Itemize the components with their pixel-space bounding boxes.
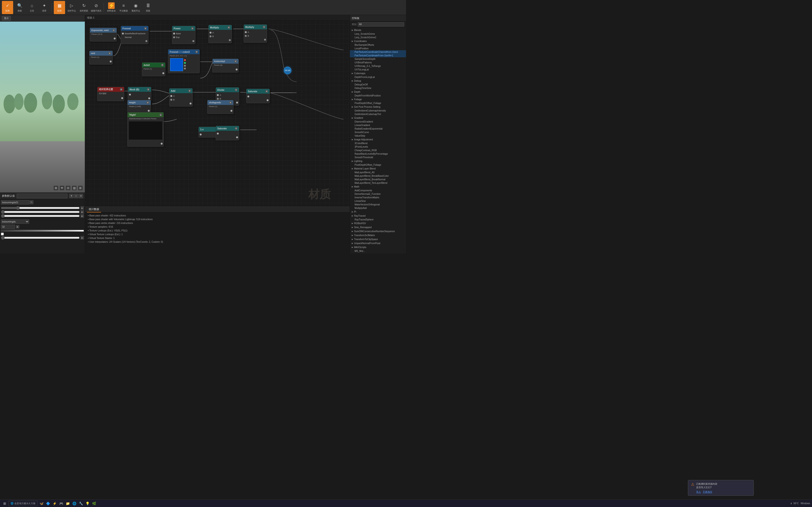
params-icon-list[interactable]: ≡ (74, 194, 78, 198)
param-number-input[interactable] (1, 225, 15, 229)
node-dubi2-expand[interactable]: ▼ (161, 64, 164, 66)
params-icon-settings[interactable]: ⚙ (79, 194, 83, 198)
slider-3-arrow[interactable]: ▶ (81, 236, 84, 239)
right-category[interactable]: ▶Math (350, 185, 406, 189)
right-list-item[interactable]: RaiseBlackLevelsByPercentage (350, 152, 406, 156)
param-name-input[interactable] (1, 200, 29, 205)
node-multiply1[interactable]: Multiply ▼ A B (208, 25, 232, 43)
node-world-position[interactable]: 绝对世界位置 ▼ 绝对偏移 (97, 87, 124, 101)
node-height-node-expand[interactable]: ▲ (159, 113, 162, 116)
node-multiply2-expand[interactable]: ▼ (263, 25, 265, 29)
right-category[interactable]: ▶Transform3x3Matrix (350, 233, 406, 237)
node-exponent-expand[interactable]: ▼ (112, 29, 115, 32)
vp-ctrl-grid[interactable]: ⊞ (53, 185, 58, 190)
right-list-item[interactable]: UVBrickPatterns (350, 61, 406, 64)
node-editor[interactable]: 缩放-1 (85, 15, 350, 253)
param-number-arrow[interactable]: ▶ (16, 225, 19, 228)
right-category[interactable]: ▶Debug (350, 79, 406, 83)
right-category[interactable]: ▶Lighting (350, 159, 406, 163)
node-height-param-expand[interactable]: ▼ (146, 101, 149, 104)
right-category[interactable]: ▶RayTraced (350, 214, 406, 218)
slider-2[interactable] (1, 215, 80, 217)
right-list-item[interactable]: UVRemap_0-1_ToRange (350, 64, 406, 68)
vp-ctrl-minus[interactable]: ⊟ (65, 185, 71, 190)
right-category[interactable]: ▶SumOfAConsecutiveNumberSequence (350, 229, 406, 233)
params-search-input[interactable] (17, 194, 67, 199)
slider-3[interactable] (1, 236, 80, 239)
right-list-item[interactable]: Lerp_ScratchGrime (350, 32, 406, 36)
clean-btn[interactable]: ✦ 清理 (39, 1, 50, 14)
slider-0[interactable] (1, 207, 80, 209)
right-category[interactable]: ▶TransformToClipSpace (350, 237, 406, 241)
slider-1-arrow[interactable]: ▶ (81, 210, 84, 214)
right-category[interactable]: ▶Gradient (350, 116, 406, 120)
right-list-item[interactable]: RadialGradientExponential (350, 127, 406, 130)
apply-btn[interactable]: ✓ 应用 (2, 1, 13, 14)
search-btn[interactable]: 🔍 搜索 (14, 1, 26, 14)
right-list-item[interactable]: 3PointLevels (350, 145, 406, 149)
right-category[interactable]: ▶Blends (350, 28, 406, 32)
right-category[interactable]: ▶MAXScripts (350, 245, 406, 249)
right-list-item[interactable]: CheapContrast_RGB (350, 149, 406, 152)
slider-0-arrow[interactable]: ▶ (81, 206, 84, 210)
slider-2-arrow[interactable]: ▶ (81, 214, 84, 218)
right-list-item[interactable]: MatLayerBlend_TenLayerBlend (350, 181, 406, 185)
no-collision-btn[interactable]: ⊘ 碰撞不相关 (91, 1, 102, 14)
layer-btn[interactable]: ≣ 层级 (142, 1, 154, 14)
right-list-item[interactable]: MS_Seq... (350, 253, 406, 253)
node-divide-expand[interactable]: ▼ (235, 89, 238, 91)
node-saturate1-expand[interactable]: ▼ (265, 90, 268, 93)
node-intensity2[interactable]: instensity2 ▼ Param (0) (212, 59, 239, 72)
right-list-item[interactable]: MultiplyAdd (350, 206, 406, 210)
node-mask-b-expand[interactable]: ▼ (147, 88, 150, 91)
right-category[interactable]: ▶Depth (350, 90, 406, 94)
right-list-item[interactable]: DepthFromWorldPosition (350, 94, 406, 97)
right-list-item[interactable]: MS_Mul... (350, 249, 406, 253)
stats-tab-main[interactable]: 统计数据 (87, 207, 101, 213)
node-world-pos-expand[interactable]: ▼ (120, 88, 123, 91)
vp-ctrl-eye[interactable]: 👁 (59, 185, 65, 190)
right-list-item[interactable]: MatLayerBlend_BreakNormal (350, 178, 406, 181)
right-list-item[interactable]: GetAmbientCubemapIntensity (350, 109, 406, 112)
right-list-item[interactable]: LocalPosition (350, 47, 406, 50)
right-list-item[interactable]: DebugTimeSine (350, 87, 406, 90)
right-list-item[interactable]: GetAmbientCubemapTint (350, 112, 406, 116)
node-saturate1[interactable]: Saturate ▼ (246, 89, 270, 103)
right-category[interactable]: ▶RGBtoHSV (350, 221, 406, 225)
node-mask-b[interactable]: Mask (B) ▼ (128, 87, 151, 101)
right-list-item[interactable]: DeriveNormalZ_Function (350, 192, 406, 196)
node-nei2-expand[interactable]: ▼ (108, 52, 111, 55)
right-list-item[interactable]: MakeVectorsOrthogonal (350, 203, 406, 206)
build-btn[interactable]: ⚡ 材料改动 (106, 1, 117, 14)
slider-1[interactable] (1, 211, 80, 213)
right-list-item[interactable]: BlurSampleOffsets (350, 43, 406, 47)
right-category[interactable]: ▶Image Adjustment (350, 137, 406, 142)
right-list-item[interactable]: RayTracedSphere (350, 218, 406, 221)
right-list-item[interactable]: UVToLongLat (350, 68, 406, 71)
right-list-item[interactable]: PanTextureCoordinateFrom-1tonN+1 (350, 54, 406, 57)
realtime-update-btn[interactable]: ↻ 实时更新 (78, 1, 90, 14)
node-power[interactable]: Power ▼ Base Exp (172, 26, 196, 44)
right-list-item[interactable]: SampleSceneDepth (350, 57, 406, 61)
node-height-node[interactable]: 'Hight' ▲ StaticBoolInput Collection Par… (128, 112, 164, 147)
node-fresnel-expand[interactable]: ▼ (144, 27, 147, 30)
params-icon-filter[interactable]: ▼ (69, 194, 73, 198)
param-select[interactable]: butoumingdu (1, 219, 29, 224)
vp-ctrl-shading[interactable]: ▧ (72, 185, 77, 190)
right-list-item[interactable]: DebugOnOff (350, 83, 406, 87)
vp-ctrl-plus[interactable]: ⊞ (78, 185, 83, 190)
right-list-item[interactable]: AddComponents (350, 189, 406, 192)
right-list-item[interactable]: LinearSine (350, 199, 406, 203)
right-category[interactable]: ▶Cubemaps (350, 71, 406, 75)
node-add-expand[interactable]: ▼ (188, 90, 191, 92)
right-category[interactable]: ▶UnpackNormalFromFloat (350, 241, 406, 245)
right-category[interactable]: ▶Foliage (350, 97, 406, 101)
right-list-item[interactable]: PixelDepthOffset_Foliage (350, 101, 406, 105)
node-multiply1-expand[interactable]: ▼ (227, 26, 230, 29)
right-filter-input[interactable] (358, 22, 404, 26)
checkbox-1[interactable] (1, 233, 4, 235)
right-list-item[interactable]: ValueStep (350, 134, 406, 137)
preview-node-btn[interactable]: ◉ 预览节点 (130, 1, 142, 14)
node-add[interactable]: Add ▼ A B (169, 88, 193, 107)
right-category[interactable]: ▶Material Layer Blend (350, 167, 406, 171)
